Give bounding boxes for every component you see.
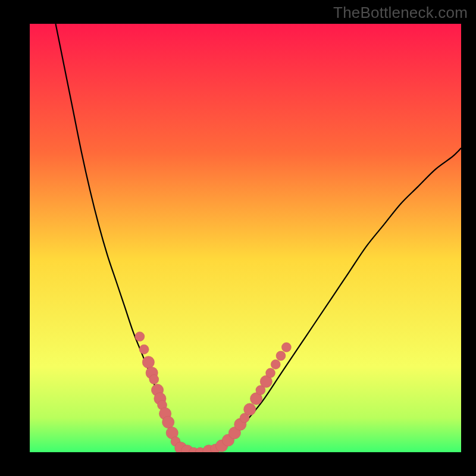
- chart-svg: [30, 24, 461, 452]
- curve-marker: [149, 375, 159, 384]
- curve-marker: [244, 403, 256, 415]
- watermark-text: TheBottleneck.com: [333, 4, 468, 22]
- chart-frame: TheBottleneck.com: [0, 0, 476, 476]
- curve-marker: [142, 356, 154, 368]
- curve-marker: [139, 345, 149, 354]
- gradient-background: [30, 24, 461, 452]
- curve-marker: [266, 368, 275, 378]
- plot-area: [30, 24, 461, 452]
- curve-marker: [162, 416, 174, 428]
- curve-marker: [271, 359, 280, 369]
- curve-marker: [276, 351, 286, 361]
- curve-marker: [135, 332, 145, 342]
- curve-marker: [281, 343, 291, 352]
